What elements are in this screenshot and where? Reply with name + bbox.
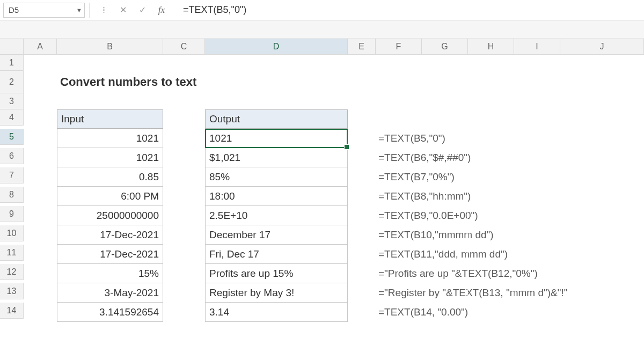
cell-A4[interactable] xyxy=(24,109,57,129)
cell-E8[interactable] xyxy=(348,187,376,206)
cell-G8[interactable] xyxy=(422,187,468,206)
output-cell[interactable]: 85% xyxy=(205,167,348,187)
cell-B1[interactable] xyxy=(57,55,163,71)
input-cell[interactable]: 17-Dec-2021 xyxy=(57,225,163,245)
cell-H7[interactable] xyxy=(468,167,514,187)
cell-F4[interactable] xyxy=(376,109,422,129)
cell-J10[interactable] xyxy=(560,225,644,245)
cell-H12[interactable] xyxy=(468,264,514,283)
cell-J5[interactable] xyxy=(560,129,644,148)
cell-J1[interactable] xyxy=(560,55,644,71)
cell-C4[interactable] xyxy=(163,109,205,129)
cell-J2[interactable] xyxy=(560,71,644,93)
cell-E3[interactable] xyxy=(348,93,376,109)
select-all-corner[interactable] xyxy=(0,39,24,55)
cell-G4[interactable] xyxy=(422,109,468,129)
cell-J12[interactable] xyxy=(560,264,644,283)
cell-J4[interactable] xyxy=(560,109,644,129)
row-header-9[interactable]: 9 xyxy=(0,206,24,222)
row-header-2[interactable]: 2 xyxy=(0,71,24,93)
cell-G6[interactable] xyxy=(422,148,468,167)
cell-I13[interactable] xyxy=(514,283,560,303)
cell-G13[interactable] xyxy=(422,283,468,303)
cell-E11[interactable] xyxy=(348,245,376,264)
cell-E7[interactable] xyxy=(348,167,376,187)
cell-F1[interactable] xyxy=(376,55,422,71)
cell-E13[interactable] xyxy=(348,283,376,303)
input-cell[interactable]: 3.141592654 xyxy=(57,303,163,322)
cell-C13[interactable] xyxy=(163,283,205,303)
cell-B3[interactable] xyxy=(57,93,163,109)
cell-C1[interactable] xyxy=(163,55,205,71)
chevron-down-icon[interactable]: ▼ xyxy=(76,7,82,13)
cell-A9[interactable] xyxy=(24,206,57,225)
column-header-B[interactable]: B xyxy=(57,39,163,55)
cell-I9[interactable] xyxy=(514,206,560,225)
cell-A13[interactable] xyxy=(24,283,57,303)
output-cell[interactable]: Fri, Dec 17 xyxy=(205,245,348,264)
row-header-14[interactable]: 14 xyxy=(0,303,24,319)
cell-G7[interactable] xyxy=(422,167,468,187)
cell-E9[interactable] xyxy=(348,206,376,225)
cell-C9[interactable] xyxy=(163,206,205,225)
output-cell[interactable]: 1021 xyxy=(205,129,348,148)
output-cell[interactable]: 2.5E+10 xyxy=(205,206,348,225)
cell-I10[interactable] xyxy=(514,225,560,245)
cell-I3[interactable] xyxy=(514,93,560,109)
cell-J13[interactable] xyxy=(560,283,644,303)
row-header-8[interactable]: 8 xyxy=(0,187,24,203)
cell-C6[interactable] xyxy=(163,148,205,167)
row-header-11[interactable]: 11 xyxy=(0,245,24,261)
cell-D1[interactable] xyxy=(205,55,348,71)
enter-icon[interactable]: ✓ xyxy=(133,3,152,18)
formula-input[interactable]: =TEXT(B5,"0") xyxy=(171,3,644,18)
cell-A10[interactable] xyxy=(24,225,57,245)
fx-icon[interactable]: fx xyxy=(152,3,171,18)
cell-E1[interactable] xyxy=(348,55,376,71)
cell-E14[interactable] xyxy=(348,303,376,322)
output-cell[interactable]: Profits are up 15% xyxy=(205,264,348,283)
cell-I4[interactable] xyxy=(514,109,560,129)
cell-I5[interactable] xyxy=(514,129,560,148)
output-cell[interactable]: 18:00 xyxy=(205,187,348,206)
cell-G9[interactable] xyxy=(422,206,468,225)
cell-J11[interactable] xyxy=(560,245,644,264)
column-header-E[interactable]: E xyxy=(348,39,376,55)
cell-H4[interactable] xyxy=(468,109,514,129)
row-header-10[interactable]: 10 xyxy=(0,225,24,241)
row-header-13[interactable]: 13 xyxy=(0,283,24,299)
cell-A12[interactable] xyxy=(24,264,57,283)
column-header-H[interactable]: H xyxy=(468,39,514,55)
cell-I11[interactable] xyxy=(514,245,560,264)
name-box[interactable]: D5 ▼ xyxy=(3,3,85,18)
cell-H6[interactable] xyxy=(468,148,514,167)
cell-C10[interactable] xyxy=(163,225,205,245)
cell-E10[interactable] xyxy=(348,225,376,245)
cell-I7[interactable] xyxy=(514,167,560,187)
cell-A3[interactable] xyxy=(24,93,57,109)
output-cell[interactable]: 3.14 xyxy=(205,303,348,322)
input-cell[interactable]: 3-May-2021 xyxy=(57,283,163,303)
cell-I2[interactable] xyxy=(514,71,560,93)
cell-G2[interactable] xyxy=(422,71,468,93)
cell-C2[interactable] xyxy=(163,71,205,93)
cell-A11[interactable] xyxy=(24,245,57,264)
cell-E6[interactable] xyxy=(348,148,376,167)
cell-H11[interactable] xyxy=(468,245,514,264)
input-cell[interactable]: 15% xyxy=(57,264,163,283)
cell-H8[interactable] xyxy=(468,187,514,206)
input-cell[interactable]: 0.85 xyxy=(57,167,163,187)
row-header-7[interactable]: 7 xyxy=(0,167,24,183)
cell-G12[interactable] xyxy=(422,264,468,283)
column-header-C[interactable]: C xyxy=(163,39,205,55)
cell-I8[interactable] xyxy=(514,187,560,206)
output-cell[interactable]: December 17 xyxy=(205,225,348,245)
cell-I6[interactable] xyxy=(514,148,560,167)
cell-A8[interactable] xyxy=(24,187,57,206)
cell-C7[interactable] xyxy=(163,167,205,187)
cell-D2[interactable] xyxy=(205,71,348,93)
cell-H3[interactable] xyxy=(468,93,514,109)
cell-E12[interactable] xyxy=(348,264,376,283)
column-header-J[interactable]: J xyxy=(560,39,644,55)
cell-F2[interactable] xyxy=(376,71,422,93)
